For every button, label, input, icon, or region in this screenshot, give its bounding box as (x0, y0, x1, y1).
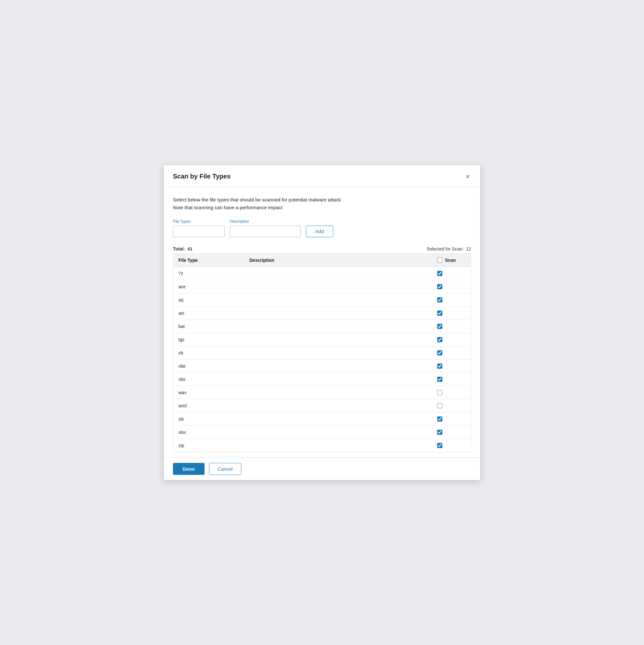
done-button[interactable]: Done (173, 463, 205, 475)
file-types-label: File Types (173, 219, 225, 224)
description-cell (244, 359, 432, 373)
scan-cell (432, 399, 471, 412)
dialog-footer: Done Cancel (164, 457, 480, 480)
description-cell (244, 293, 432, 306)
description-cell (244, 439, 432, 452)
description-input[interactable] (230, 226, 301, 237)
description-cell (244, 319, 432, 333)
selected-count: Selected for Scan: 12 (426, 246, 471, 251)
scan-checkbox[interactable] (437, 430, 442, 435)
add-file-type-form: File Types Description Add (173, 219, 471, 237)
file-types-table-container: File Type Description Scan 7zacearjaviba… (173, 253, 471, 452)
table-row: zip (173, 439, 471, 452)
scan-cell (432, 373, 471, 386)
scan-cell (432, 306, 471, 319)
table-row: tgz (173, 333, 471, 346)
description-cell (244, 399, 432, 412)
file-type-cell: 7z (173, 267, 244, 280)
scan-checkbox[interactable] (437, 271, 442, 276)
scan-cell (432, 425, 471, 439)
dialog-header: Scan by File Types × (164, 165, 480, 187)
description-cell (244, 280, 432, 293)
file-type-cell: vbe (173, 359, 244, 373)
scan-col-label: Scan (445, 258, 455, 263)
table-row: avi (173, 306, 471, 319)
scan-cell (432, 280, 471, 293)
scan-cell (432, 333, 471, 346)
table-row: vbe (173, 359, 471, 373)
file-types-input[interactable] (173, 226, 225, 237)
description-label: Description (230, 219, 301, 224)
file-type-cell: wmf (173, 399, 244, 412)
file-type-cell: avi (173, 306, 244, 319)
table-row: ace (173, 280, 471, 293)
file-type-cell: arj (173, 293, 244, 306)
col-header-file-type: File Type (173, 254, 244, 267)
file-type-cell: vbs (173, 373, 244, 386)
file-type-cell: wav (173, 386, 244, 399)
table-row: wav (173, 386, 471, 399)
table-row: xls (173, 412, 471, 425)
description-cell (244, 425, 432, 439)
dialog-title: Scan by File Types (173, 173, 231, 180)
close-button[interactable]: × (464, 172, 471, 181)
description-text: Select below the file types that should … (173, 196, 471, 211)
description-cell (244, 306, 432, 319)
scan-checkbox[interactable] (437, 390, 442, 395)
scan-checkbox[interactable] (437, 364, 442, 369)
scan-checkbox[interactable] (437, 377, 442, 382)
description-cell (244, 412, 432, 425)
scan-checkbox[interactable] (437, 337, 442, 342)
col-header-description: Description (244, 254, 432, 267)
description-cell (244, 267, 432, 280)
scan-checkbox[interactable] (437, 310, 442, 316)
table-header-row: File Type Description Scan (173, 254, 471, 267)
scan-cell (432, 439, 471, 452)
scan-checkbox[interactable] (437, 416, 442, 422)
select-all-scan-checkbox[interactable] (437, 258, 442, 263)
table-row: arj (173, 293, 471, 306)
scan-checkbox[interactable] (437, 443, 442, 448)
file-type-cell: vb (173, 346, 244, 359)
table-row: bat (173, 319, 471, 333)
file-type-cell: bat (173, 319, 244, 333)
file-types-table: File Type Description Scan 7zacearjaviba… (173, 254, 471, 452)
scan-checkbox[interactable] (437, 403, 442, 408)
file-type-cell: ace (173, 280, 244, 293)
scan-cell (432, 267, 471, 280)
description-cell (244, 333, 432, 346)
file-type-cell: xls (173, 412, 244, 425)
table-body: 7zacearjavibattgzvbvbevbswavwmfxlsxlsxzi… (173, 267, 471, 452)
stats-row: Total: 41 Selected for Scan: 12 (173, 244, 471, 253)
file-types-field-group: File Types (173, 219, 225, 237)
scan-cell (432, 319, 471, 333)
description-cell (244, 346, 432, 359)
dialog-body: Select below the file types that should … (164, 187, 480, 457)
table-row: 7z (173, 267, 471, 280)
description-line2: Note that scanning can have a performanc… (173, 204, 471, 211)
add-button[interactable]: Add (306, 226, 333, 237)
cancel-button[interactable]: Cancel (209, 463, 242, 475)
file-type-cell: xlsx (173, 425, 244, 439)
description-line1: Select below the file types that should … (173, 196, 471, 204)
table-row: wmf (173, 399, 471, 412)
table-row: vbs (173, 373, 471, 386)
scan-checkbox[interactable] (437, 297, 442, 302)
scan-checkbox[interactable] (437, 284, 442, 289)
scan-by-file-types-dialog: Scan by File Types × Select below the fi… (164, 165, 480, 480)
scan-cell (432, 386, 471, 399)
scan-cell (432, 346, 471, 359)
table-row: xlsx (173, 425, 471, 439)
scan-cell (432, 359, 471, 373)
file-type-cell: zip (173, 439, 244, 452)
scan-checkbox[interactable] (437, 324, 442, 329)
description-field-group: Description (230, 219, 301, 237)
file-type-cell: tgz (173, 333, 244, 346)
scan-cell (432, 412, 471, 425)
scan-checkbox[interactable] (437, 350, 442, 356)
table-row: vb (173, 346, 471, 359)
description-cell (244, 386, 432, 399)
description-cell (244, 373, 432, 386)
col-header-scan: Scan (432, 254, 471, 267)
total-count: Total: 41 (173, 246, 192, 251)
